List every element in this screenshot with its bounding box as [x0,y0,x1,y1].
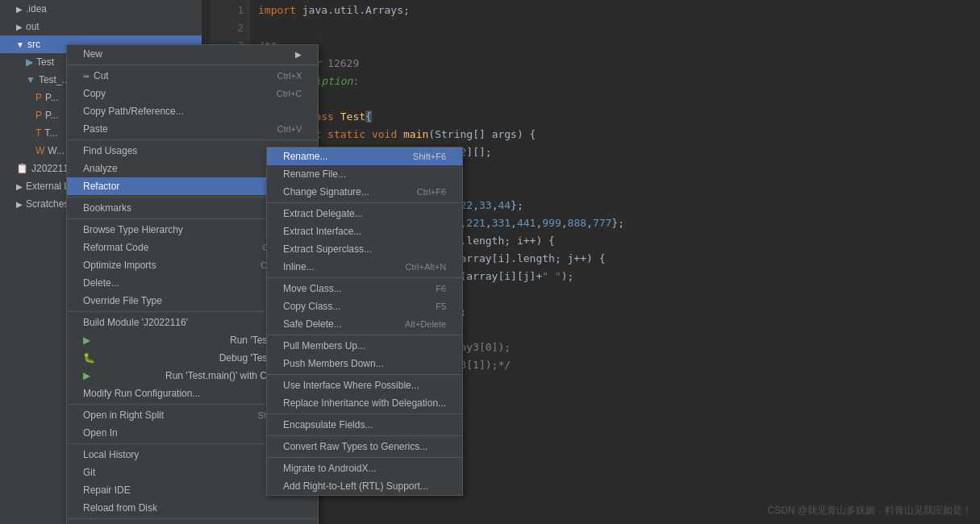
folder-icon: ▼ [16,40,24,49]
menu-item-copy-path[interactable]: Copy Path/Reference... [67,102,318,120]
p2-label: P... [45,110,58,121]
p1-label: P... [45,92,58,103]
refactor-change-signature[interactable]: Change Signature... Ctrl+F6 [267,183,462,201]
refactor-rename[interactable]: Rename... Shift+F6 [267,148,462,165]
folder-icon: ▶ [16,200,23,209]
menu-item-find-usages-label: Find Usages [83,145,137,156]
menu-item-cut[interactable]: ✂Cut Ctrl+X [67,67,318,85]
code-line-2 [258,19,980,37]
coverage-icon: ▶ [83,370,90,381]
refactor-submenu: Rename... Shift+F6 Rename File... Change… [266,147,463,496]
refactor-copy-class-label: Copy Class... [283,301,340,312]
menu-item-optimize-imports-label: Optimize Imports [83,260,156,271]
menu-item-local-history-label: Local History [83,449,139,460]
menu-item-refactor-label: Refactor [83,181,119,192]
t-label: T... [44,127,57,139]
file-icon: P [35,92,42,103]
code-line-5: * @Description: [258,73,980,90]
refactor-sep-1 [267,202,462,203]
refactor-extract-delegate-label: Extract Delegate... [283,208,363,219]
refactor-encapsulate-fields-label: Encapsulate Fields... [283,419,373,430]
refactor-sep-6 [267,435,462,436]
move-class-shortcut: F6 [436,284,446,293]
refactor-extract-superclass[interactable]: Extract Superclass... [267,240,462,258]
sidebar-item-out[interactable]: ▶ out [0,18,202,35]
file-icon: P [35,110,42,121]
menu-separator-1 [67,64,318,65]
folder-icon: ▶ [16,23,23,31]
code-line-4: * @Author 12629 [258,55,980,73]
menu-item-reload-disk[interactable]: Reload from Disk [67,499,318,517]
menu-item-paste[interactable]: Paste Ctrl+V [67,120,318,138]
menu-item-git-label: Git [83,467,95,478]
inline-shortcut: Ctrl+Alt+N [405,262,446,272]
menu-separator-8 [67,518,318,519]
file-icon: ▼ [26,74,35,85]
idea-label: .idea [26,3,47,15]
menu-item-new-label: New [83,48,102,60]
menu-item-modify-run-label: Modify Run Configuration... [83,388,200,399]
test2-label: Test_... [39,74,70,85]
rename-shortcut: Shift+F6 [413,152,446,161]
refactor-use-interface[interactable]: Use Interface Where Possible... [267,376,462,394]
menu-item-repair-ide-label: Repair IDE [83,484,131,496]
code-line-3: /** [258,37,980,55]
menu-item-new[interactable]: New ▶ [67,45,318,63]
refactor-encapsulate-fields[interactable]: Encapsulate Fields... [267,416,462,434]
file-icon: 📋 [16,163,28,174]
file-icon: T [35,127,41,139]
refactor-use-interface-label: Use Interface Where Possible... [283,380,419,391]
copy-shortcut: Ctrl+C [277,89,302,98]
refactor-replace-inheritance-label: Replace Inheritance with Delegation... [283,397,446,409]
menu-item-browse-hierarchy-label: Browse Type Hierarchy [83,224,183,235]
file-icon: W [35,145,44,156]
menu-item-compare[interactable]: Compare With... Ctrl+D [67,521,318,524]
refactor-pull-up[interactable]: Pull Members Up... [267,337,462,355]
menu-separator-2 [67,139,318,140]
refactor-add-rtl-label: Add Right-to-Left (RTL) Support... [283,480,428,492]
sidebar-item-idea[interactable]: ▶ .idea [0,0,202,18]
refactor-sep-2 [267,277,462,278]
refactor-push-down-label: Push Members Down... [283,358,384,369]
menu-item-copy-label: Copy [83,88,106,99]
refactor-convert-raw[interactable]: Convert Raw Types to Generics... [267,438,462,455]
folder-icon: ▶ [16,182,23,191]
menu-item-reload-disk-label: Reload from Disk [83,502,157,514]
refactor-push-down[interactable]: Push Members Down... [267,355,462,372]
code-line-1: import java.util.Arrays; [258,2,980,19]
watermark: CSDN @我见青山多妩媚，料青山见我应如是！ [767,504,972,518]
refactor-inline[interactable]: Inline... Ctrl+Alt+N [267,258,462,276]
refactor-move-class[interactable]: Move Class... F6 [267,280,462,297]
menu-item-build-module-label: Build Module 'J2022116' [83,317,188,328]
refactor-sep-7 [267,457,462,458]
code-line-6: ⚠ */ [258,90,980,108]
code-line-7: public class Test{ [258,108,980,126]
refactor-rename-file-label: Rename File... [283,168,346,180]
refactor-rename-label: Rename... [283,151,327,162]
refactor-safe-delete[interactable]: Safe Delete... Alt+Delete [267,315,462,333]
refactor-sep-3 [267,335,462,335]
refactor-extract-superclass-label: Extract Superclass... [283,243,372,255]
refactor-copy-class[interactable]: Copy Class... F5 [267,297,462,315]
refactor-extract-delegate[interactable]: Extract Delegate... [267,205,462,222]
menu-item-analyze-label: Analyze [83,163,118,174]
copy-class-shortcut: F5 [436,302,446,311]
refactor-replace-inheritance[interactable]: Replace Inheritance with Delegation... [267,394,462,412]
test-label: Test [36,56,54,68]
refactor-move-class-label: Move Class... [283,283,342,294]
refactor-migrate-androidx[interactable]: Migrate to AndroidX... [267,460,462,477]
refactor-extract-interface[interactable]: Extract Interface... [267,222,462,240]
menu-item-copy[interactable]: Copy Ctrl+C [67,85,318,102]
refactor-add-rtl[interactable]: Add Right-to-Left (RTL) Support... [267,477,462,495]
refactor-extract-interface-label: Extract Interface... [283,226,361,237]
refactor-change-signature-label: Change Signature... [283,186,369,198]
safe-delete-shortcut: Alt+Delete [405,319,446,329]
change-signature-shortcut: Ctrl+F6 [417,187,446,197]
refactor-convert-raw-label: Convert Raw Types to Generics... [283,441,427,452]
menu-item-copy-path-label: Copy Path/Reference... [83,106,184,117]
run-icon: ▶ [83,335,90,346]
refactor-rename-file[interactable]: Rename File... [267,165,462,183]
menu-item-paste-label: Paste [83,123,108,135]
refactor-safe-delete-label: Safe Delete... [283,318,342,330]
menu-item-reformat-label: Reformat Code [83,242,148,253]
